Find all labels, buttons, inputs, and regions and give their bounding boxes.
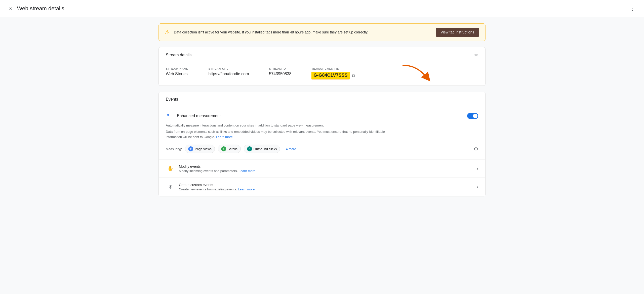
modify-events-desc: Modify incoming events and parameters. L…: [179, 169, 255, 173]
warning-icon: ⚠: [165, 29, 170, 35]
arrow-annotation: [397, 62, 435, 85]
scrolls-label: Scrolls: [228, 147, 237, 151]
stream-id-field: STREAM ID 5743950838: [269, 67, 291, 79]
warning-text: Data collection isn't active for your we…: [174, 30, 368, 34]
warning-left: ⚠ Data collection isn't active for your …: [165, 29, 368, 35]
create-custom-events-desc: Create new events from existing events. …: [179, 187, 255, 191]
view-tag-instructions-button[interactable]: View tag instructions: [436, 28, 479, 37]
create-custom-events-icon: ✳: [166, 182, 175, 191]
enhanced-description-1: Automatically measure interactions and c…: [166, 123, 392, 128]
events-section: Events ✦ Enhanced measurement ✓ Automati…: [158, 92, 486, 196]
stream-name-value: Web Stories: [166, 72, 188, 76]
stream-details-card: Stream details ✏ STREAM NAME Web Stories…: [158, 47, 486, 86]
main-content: ⚠ Data collection isn't active for your …: [138, 17, 506, 202]
modify-events-title: Modify events: [179, 164, 255, 169]
warning-banner: ⚠ Data collection isn't active for your …: [158, 23, 486, 41]
header-left: × Web stream details: [8, 5, 64, 12]
measurement-id-container: G-G84C1V7SSS ⧉: [311, 72, 355, 79]
enhanced-measurement-toggle[interactable]: ✓: [467, 113, 478, 119]
measuring-row: Measuring: 👁 Page views ↕ Scrolls ↗ Outb…: [166, 145, 478, 153]
enhanced-measurement-settings-button[interactable]: ⚙: [474, 146, 478, 152]
events-title: Events: [166, 97, 178, 101]
modify-events-learn-more[interactable]: Learn more: [239, 169, 255, 173]
create-custom-events-learn-more[interactable]: Learn more: [238, 187, 255, 191]
page-title: Web stream details: [17, 5, 64, 12]
measurement-id-value: G-G84C1V7SSS: [311, 72, 349, 79]
stream-details-header: Stream details ✏: [159, 47, 485, 62]
more-events-link[interactable]: + 4 more: [283, 147, 296, 151]
measuring-left: Measuring: 👁 Page views ↕ Scrolls ↗ Outb…: [166, 145, 296, 153]
events-header: Events: [159, 92, 485, 106]
create-custom-events-info: Create custom events Create new events f…: [179, 183, 255, 191]
measurement-id-label: MEASUREMENT ID: [311, 67, 355, 70]
edit-stream-button[interactable]: ✏: [474, 52, 478, 58]
more-options-button[interactable]: ⋮: [629, 5, 636, 13]
page-views-chip[interactable]: 👁 Page views: [185, 145, 215, 153]
outbound-clicks-icon: ↗: [247, 146, 252, 151]
close-button[interactable]: ×: [8, 5, 13, 12]
modify-events-icon: ✋: [166, 164, 175, 173]
scrolls-chip[interactable]: ↕ Scrolls: [218, 145, 241, 153]
stream-id-value: 5743950838: [269, 72, 291, 76]
modify-events-row[interactable]: ✋ Modify events Modify incoming events a…: [159, 159, 485, 178]
create-custom-events-row[interactable]: ✳ Create custom events Create new events…: [159, 178, 485, 196]
outbound-clicks-chip[interactable]: ↗ Outbound clicks: [244, 145, 280, 153]
learn-more-link[interactable]: Learn more: [216, 135, 232, 139]
measurement-id-field: MEASUREMENT ID G-G84C1V7SSS ⧉: [311, 67, 355, 79]
sparkle-icon: ✦: [166, 112, 174, 120]
toggle-check-icon: ✓: [474, 114, 477, 118]
stream-name-field: STREAM NAME Web Stories: [166, 67, 188, 79]
enhanced-description-2: Data from on-page elements such as links…: [166, 129, 392, 140]
modify-events-left: ✋ Modify events Modify incoming events a…: [166, 164, 255, 173]
create-custom-events-left: ✳ Create custom events Create new events…: [166, 182, 255, 191]
page-views-label: Page views: [195, 147, 211, 151]
measuring-label: Measuring:: [166, 147, 182, 151]
modify-events-chevron: ›: [477, 166, 478, 171]
stream-id-label: STREAM ID: [269, 67, 291, 70]
modify-events-info: Modify events Modify incoming events and…: [179, 164, 255, 173]
copy-measurement-id-button[interactable]: ⧉: [352, 73, 355, 78]
page-header: × Web stream details ⋮: [0, 0, 644, 17]
enhanced-measurement-header: ✦ Enhanced measurement ✓: [166, 112, 478, 120]
enhanced-title-row: ✦ Enhanced measurement: [166, 112, 221, 120]
stream-url-label: STREAM URL: [208, 67, 249, 70]
stream-details-row: STREAM NAME Web Stories STREAM URL https…: [159, 62, 485, 86]
stream-url-field: STREAM URL https://fionafoodie.com: [208, 67, 249, 79]
stream-url-value: https://fionafoodie.com: [208, 72, 249, 76]
stream-details-title: Stream details: [166, 53, 191, 57]
page-views-icon: 👁: [188, 146, 193, 151]
create-custom-events-title: Create custom events: [179, 183, 255, 187]
enhanced-measurement-title: Enhanced measurement: [177, 114, 221, 118]
create-custom-events-chevron: ›: [477, 184, 478, 190]
enhanced-measurement-section: ✦ Enhanced measurement ✓ Automatically m…: [159, 106, 485, 159]
scrolls-icon: ↕: [221, 146, 226, 151]
outbound-clicks-label: Outbound clicks: [254, 147, 277, 151]
stream-name-label: STREAM NAME: [166, 67, 188, 70]
